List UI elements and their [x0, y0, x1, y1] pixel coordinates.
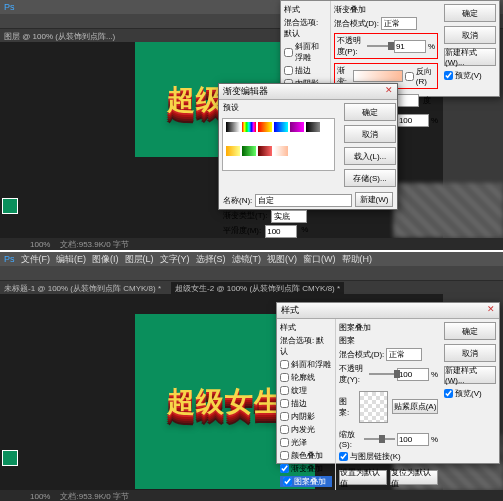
- reverse-check[interactable]: 反向(R): [405, 66, 435, 86]
- gradient-presets: [222, 118, 335, 171]
- style-item[interactable]: 纹理: [280, 385, 332, 396]
- menu-item[interactable]: 帮助(H): [342, 253, 373, 266]
- blurred-region: [393, 183, 503, 238]
- section-title: 渐变叠加: [334, 4, 438, 15]
- opacity-input[interactable]: [397, 368, 429, 381]
- new-style-button[interactable]: 新建样式(W)...: [444, 48, 496, 66]
- presets-label: 预设: [219, 100, 341, 115]
- smooth-input[interactable]: [265, 225, 297, 238]
- preset[interactable]: [242, 146, 256, 156]
- style-item[interactable]: 斜面和浮雕: [280, 359, 332, 370]
- new-button[interactable]: 新建(W): [355, 192, 393, 207]
- preset[interactable]: [306, 122, 320, 132]
- preset[interactable]: [226, 122, 240, 132]
- dialog-title: 渐变编辑器: [223, 85, 268, 98]
- type-label: 渐变类型(T):: [223, 210, 267, 223]
- style-item[interactable]: 描边: [280, 398, 332, 409]
- artwork-text: 超级女生: [167, 383, 283, 421]
- blend-dropdown[interactable]: 正常: [381, 17, 417, 30]
- menu-item[interactable]: 图层(L): [125, 253, 154, 266]
- status-bar: 100% 文档:953.9K/0 字节: [0, 238, 503, 250]
- cancel-button[interactable]: 取消: [444, 344, 496, 362]
- ok-button[interactable]: 确定: [444, 4, 496, 22]
- section-title: 图案叠加: [339, 322, 438, 333]
- style-item[interactable]: 混合选项: 默认: [280, 335, 332, 357]
- doc-size: 文档:953.9K/0 字节: [60, 491, 128, 502]
- menu-item[interactable]: 窗口(W): [303, 253, 336, 266]
- save-button[interactable]: 存储(S)...: [344, 169, 396, 187]
- style-item[interactable]: 混合选项: 默认: [284, 17, 327, 39]
- ok-button[interactable]: 确定: [344, 103, 396, 121]
- tab[interactable]: 图层 @ 100% (从装饰到点阵...): [4, 31, 115, 42]
- cancel-button[interactable]: 取消: [444, 26, 496, 44]
- preset[interactable]: [258, 146, 272, 156]
- style-item[interactable]: 轮廓线: [280, 372, 332, 383]
- preset[interactable]: [226, 146, 240, 156]
- opacity-label: 不透明度(P):: [337, 35, 365, 57]
- opacity-label: 不透明度(Y):: [339, 363, 367, 385]
- gradient-editor-dialog: 渐变编辑器✕ 预设 确定 取消: [218, 83, 398, 210]
- style-item[interactable]: 内发光: [280, 424, 332, 435]
- snap-origin-button[interactable]: 贴紧原点(A): [392, 399, 438, 414]
- menu-item[interactable]: 文件(F): [21, 253, 51, 266]
- close-icon[interactable]: ✕: [385, 85, 393, 98]
- status-bar: 100% 文档:953.9K/0 字节: [0, 490, 503, 501]
- preset[interactable]: [290, 122, 304, 132]
- menu-item[interactable]: 编辑(E): [56, 253, 86, 266]
- style-item[interactable]: 斜面和浮雕: [284, 41, 327, 63]
- name-label: 名称(N):: [223, 195, 252, 206]
- sub-title: 图案: [339, 335, 438, 346]
- preview-check[interactable]: 预览(V): [444, 70, 496, 81]
- foreground-swatch[interactable]: [2, 450, 18, 466]
- style-item[interactable]: 内阴影: [280, 411, 332, 422]
- name-input[interactable]: 自定: [255, 194, 352, 207]
- ok-button[interactable]: 确定: [444, 322, 496, 340]
- style-item[interactable]: 描边: [284, 65, 327, 76]
- type-dropdown[interactable]: 实底: [271, 210, 307, 223]
- blend-label: 混合模式(D):: [339, 349, 384, 360]
- opacity-row-highlight: 不透明度(P):%: [334, 33, 438, 59]
- pattern-picker[interactable]: [359, 391, 388, 423]
- scale-input[interactable]: [397, 114, 429, 127]
- menu-item[interactable]: 选择(S): [196, 253, 226, 266]
- link-layer-check[interactable]: 与图层链接(K): [339, 451, 438, 462]
- list-header: 样式: [280, 322, 332, 333]
- set-default-button[interactable]: 设置为默认值: [339, 470, 387, 485]
- opacity-input[interactable]: [394, 40, 426, 53]
- app-icon: Ps: [4, 2, 15, 12]
- preset[interactable]: [274, 146, 288, 156]
- zoom-level: 100%: [30, 240, 50, 249]
- preset[interactable]: [242, 122, 256, 132]
- style-item[interactable]: 光泽: [280, 437, 332, 448]
- foreground-swatch[interactable]: [2, 198, 18, 214]
- screenshot-top: Ps 图层 @ 100% (从装饰到点阵...) 超级女生 关注 样式 混合选项…: [0, 0, 503, 250]
- blend-label: 混合模式(D):: [334, 18, 379, 29]
- tab-active[interactable]: 超级女生-2 @ 100% (从装饰到点阵 CMYK/8) *: [171, 282, 344, 295]
- zoom-level: 100%: [30, 492, 50, 501]
- menu-item[interactable]: 视图(V): [267, 253, 297, 266]
- close-icon[interactable]: ✕: [487, 304, 495, 317]
- scale-input[interactable]: [397, 433, 429, 446]
- style-item[interactable]: 颜色叠加: [280, 450, 332, 461]
- menu-bar: Ps 文件(F) 编辑(E) 图像(I) 图层(L) 文字(Y) 选择(S) 滤…: [0, 252, 503, 266]
- doc-size: 文档:953.9K/0 字节: [60, 239, 128, 250]
- style-item[interactable]: 渐变叠加: [280, 463, 332, 474]
- load-button[interactable]: 载入(L)...: [344, 147, 396, 165]
- layer-style-dialog: 样式✕ 样式 混合选项: 默认 斜面和浮雕 轮廓线 纹理 描边 内阴影 内发光 …: [276, 302, 500, 464]
- menu-item[interactable]: 图像(I): [92, 253, 119, 266]
- new-style-button[interactable]: 新建样式(W)...: [444, 366, 496, 384]
- blend-dropdown[interactable]: 正常: [386, 348, 422, 361]
- preset[interactable]: [258, 122, 272, 132]
- dialog-buttons: 确定 取消 新建样式(W)... 预览(V): [441, 1, 499, 133]
- menu-item[interactable]: 滤镜(T): [232, 253, 262, 266]
- tab[interactable]: 未标题-1 @ 100% (从装饰到点阵 CMYK/8) *: [4, 283, 161, 294]
- preview-check[interactable]: 预览(V): [444, 388, 496, 399]
- style-item-active[interactable]: 图案叠加: [280, 476, 332, 487]
- menu-item[interactable]: 文字(Y): [160, 253, 190, 266]
- cancel-button[interactable]: 取消: [344, 125, 396, 143]
- preset[interactable]: [274, 122, 288, 132]
- dialog-title: 样式: [281, 304, 299, 317]
- reset-default-button[interactable]: 复位为默认值: [390, 470, 438, 485]
- gradient-preview[interactable]: [353, 70, 403, 82]
- style-list: 样式 混合选项: 默认 斜面和浮雕 轮廓线 纹理 描边 内阴影 内发光 光泽 颜…: [277, 319, 336, 501]
